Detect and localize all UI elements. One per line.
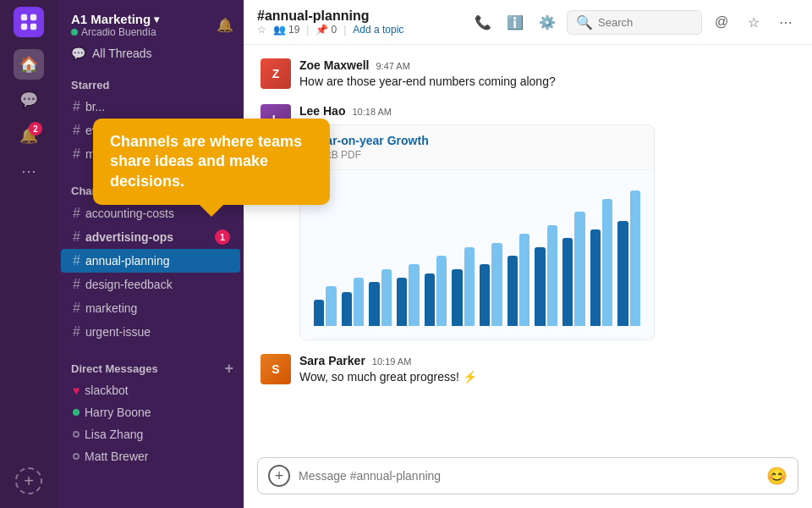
info-icon[interactable]: ℹ️	[502, 9, 528, 35]
app-logo[interactable]	[14, 7, 44, 37]
channel-meta: ☆ 👥 19 | 📌 0 | Add a topic	[257, 24, 403, 36]
heart-icon: ♥	[73, 384, 80, 397]
settings-icon[interactable]: ⚙️	[535, 9, 560, 35]
bar-light	[547, 225, 557, 326]
hash-icon: #	[73, 253, 80, 268]
sidebar-item-design-feedback[interactable]: # design-feedback	[61, 273, 240, 296]
chevron-down-icon: ▾	[154, 14, 159, 25]
all-threads-item[interactable]: 💬 All Threads	[58, 41, 244, 65]
dm-header[interactable]: Direct Messages +	[58, 354, 244, 379]
message-header-zoe: Zoe Maxwell 9:47 AM	[299, 58, 795, 72]
online-status-dot	[73, 409, 80, 416]
activity-icon[interactable]: 🔔 2	[14, 120, 44, 151]
message-text-sara: Wow, so much great progress! ⚡	[299, 369, 795, 386]
sidebar-item-marketing[interactable]: # marketing	[61, 296, 240, 320]
search-box[interactable]: 🔍	[567, 10, 702, 35]
hash-icon: #	[73, 123, 80, 138]
bar-light	[436, 256, 447, 326]
home-icon[interactable]: 🏠	[14, 49, 44, 80]
bar-group	[535, 225, 557, 326]
bar-dark	[535, 247, 545, 326]
unread-badge: 1	[215, 229, 230, 245]
add-attachment-button[interactable]: +	[268, 465, 290, 487]
bar-light	[519, 234, 529, 325]
pin-icon: 📌	[315, 24, 328, 36]
message-time-lee: 10:18 AM	[352, 107, 391, 117]
more-options-icon[interactable]: ⋯	[773, 9, 798, 35]
avatar-sara: S	[261, 354, 291, 384]
bar-group	[397, 264, 420, 325]
message-author-sara: Sara Parker	[299, 354, 365, 367]
message-zoe: Z Zoe Maxwell 9:47 AM How are those year…	[261, 58, 795, 91]
sidebar-item-advertising-ops[interactable]: # advertising-ops 1	[61, 225, 240, 249]
members-icon: 👥	[273, 24, 286, 36]
add-dm-button[interactable]: +	[224, 361, 233, 376]
tooltip-arrow	[200, 205, 223, 217]
workspace-info: A1 Marketing ▾ Arcadio Buendía	[71, 12, 159, 38]
channel-title-area: #annual-planning ☆ 👥 19 | 📌 0 | Add a to…	[257, 8, 403, 36]
bell-icon[interactable]: 🔔	[217, 17, 233, 33]
bar-light	[574, 212, 584, 325]
file-attachment[interactable]: Year-on-year Growth 78 kB PDF	[299, 124, 655, 340]
star-icon[interactable]: ☆	[257, 24, 266, 36]
starred-header[interactable]: Starred	[58, 72, 244, 95]
svg-rect-3	[30, 24, 36, 30]
workspace-name[interactable]: A1 Marketing ▾	[71, 12, 159, 26]
bar-light	[326, 286, 336, 325]
member-count[interactable]: 👥 19	[273, 24, 299, 36]
bar-dark	[342, 292, 352, 325]
pin-count[interactable]: 📌 0	[315, 24, 337, 36]
hash-icon: #	[73, 146, 80, 162]
bar-group	[480, 243, 502, 326]
user-status-dot	[71, 29, 78, 36]
sidebar-dm-slackbot[interactable]: ♥ slackbot	[61, 379, 240, 401]
search-input[interactable]	[598, 16, 693, 29]
message-header-sara: Sara Parker 10:19 AM	[299, 354, 795, 367]
tooltip-box: Channels are where teams share ideas and…	[93, 119, 330, 205]
sidebar-dm-matt-brewer[interactable]: Matt Brewer	[61, 445, 240, 467]
bar-group	[314, 286, 337, 325]
message-lee: L Lee Hao 10:18 AM Year-on-year Growth 7…	[261, 104, 795, 340]
starred-item-1[interactable]: # br...	[61, 95, 240, 119]
at-icon[interactable]: @	[709, 9, 734, 35]
add-workspace-button[interactable]: +	[15, 467, 42, 494]
threads-icon: 💬	[71, 47, 85, 60]
svg-rect-2	[21, 24, 27, 30]
message-sara: S Sara Parker 10:19 AM Wow, so much grea…	[261, 354, 795, 386]
phone-icon[interactable]: 📞	[470, 9, 496, 35]
attachment-header: Year-on-year Growth 78 kB PDF	[300, 125, 654, 170]
messages-area: Z Zoe Maxwell 9:47 AM How are those year…	[244, 45, 812, 449]
bar-dark	[617, 221, 628, 326]
bar-group	[452, 247, 475, 326]
message-input-box[interactable]: + 😊	[257, 457, 798, 494]
hash-icon: #	[73, 277, 80, 292]
svg-rect-0	[21, 14, 27, 20]
message-time-zoe: 9:47 AM	[376, 61, 409, 71]
icon-bar: 🏠 💬 🔔 2 ⋯ +	[0, 0, 58, 508]
more-icon[interactable]: ⋯	[14, 156, 44, 186]
hash-icon: #	[73, 324, 80, 340]
emoji-icon[interactable]: 😊	[766, 466, 787, 486]
bar-dark	[425, 273, 435, 326]
sidebar-dm-harry-boone[interactable]: Harry Boone	[61, 401, 240, 423]
bar-dark	[314, 300, 324, 326]
dm-icon[interactable]: 💬	[14, 85, 44, 115]
message-header-lee: Lee Hao 10:18 AM	[299, 104, 795, 118]
bar-light	[491, 243, 502, 326]
bar-light	[381, 269, 392, 326]
message-input[interactable]	[299, 469, 758, 483]
sidebar-item-urgent-issue[interactable]: # urgent-issue	[61, 320, 240, 344]
bar-dark	[452, 269, 462, 326]
message-text-zoe: How are those year-end numbers coming al…	[299, 74, 795, 91]
bookmark-icon[interactable]: ☆	[741, 9, 766, 35]
main-content: #annual-planning ☆ 👥 19 | 📌 0 | Add a to…	[244, 0, 812, 508]
bar-dark	[480, 264, 490, 325]
sidebar-item-annual-planning[interactable]: # annual-planning	[61, 249, 240, 273]
bar-light	[630, 190, 640, 326]
add-topic-link[interactable]: Add a topic	[353, 24, 403, 36]
avatar-zoe: Z	[261, 58, 291, 89]
sidebar-dm-lisa-zhang[interactable]: Lisa Zhang	[61, 423, 240, 445]
offline-status-dot	[73, 453, 80, 460]
workspace-user: Arcadio Buendía	[71, 26, 159, 38]
bar-dark	[590, 229, 601, 326]
